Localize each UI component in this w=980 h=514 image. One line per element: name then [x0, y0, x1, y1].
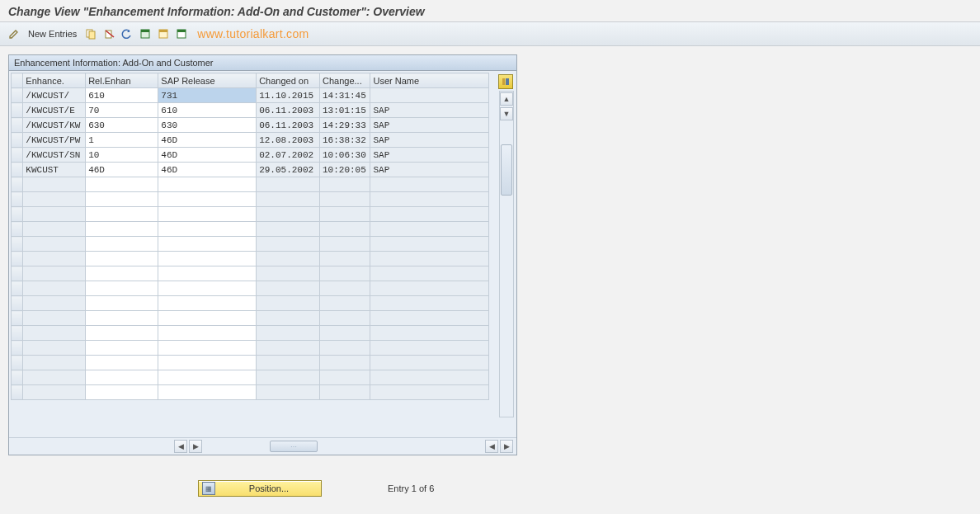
position-button[interactable]: ▦ Position...: [198, 480, 322, 497]
row-selector[interactable]: [12, 192, 23, 207]
row-selector[interactable]: [12, 281, 23, 296]
cell-sap-release[interactable]: [158, 341, 257, 356]
cell-sap-release[interactable]: 46D: [158, 133, 257, 148]
row-selector[interactable]: [12, 252, 23, 266]
cell-rel-enhan[interactable]: [86, 311, 158, 326]
cell-sap-release[interactable]: 630: [158, 118, 257, 133]
cell-enhance: [23, 341, 86, 356]
cell-sap-release[interactable]: [158, 192, 257, 207]
vscroll-thumb[interactable]: [501, 144, 512, 196]
row-selector[interactable]: [12, 177, 23, 192]
row-selector[interactable]: [12, 296, 23, 311]
cell-rel-enhan[interactable]: [86, 266, 158, 281]
cell-sap-release[interactable]: [158, 311, 257, 326]
cell-rel-enhan[interactable]: 46D: [86, 163, 158, 177]
svg-rect-11: [506, 78, 509, 85]
header-row: Enhance. Rel.Enhan SAP Release Changed o…: [12, 73, 489, 88]
cell-enhance: /KWCUST/SN: [23, 148, 86, 163]
scroll-down-icon[interactable]: ▼: [500, 107, 513, 120]
hscroll-right2-icon[interactable]: ▶: [500, 440, 513, 453]
select-all-icon[interactable]: [138, 26, 153, 41]
cell-sap-release[interactable]: [158, 252, 257, 266]
row-selector[interactable]: [12, 207, 23, 222]
cell-sap-release[interactable]: 46D: [158, 148, 257, 163]
row-selector[interactable]: [12, 385, 23, 400]
row-selector[interactable]: [12, 341, 23, 356]
cell-rel-enhan[interactable]: [86, 326, 158, 341]
row-selector[interactable]: [12, 370, 23, 385]
deselect-all-icon[interactable]: [174, 26, 189, 41]
cell-rel-enhan[interactable]: 1: [86, 133, 158, 148]
row-selector[interactable]: [12, 103, 23, 118]
toggle-change-icon[interactable]: [7, 26, 21, 41]
col-header-rel-enhan[interactable]: Rel.Enhan: [86, 73, 158, 88]
cell-rel-enhan[interactable]: [86, 385, 158, 400]
row-selector[interactable]: [12, 266, 23, 281]
row-selector[interactable]: [12, 88, 23, 103]
cell-rel-enhan[interactable]: [86, 207, 158, 222]
copy-as-icon[interactable]: [83, 26, 98, 41]
cell-sap-release[interactable]: [158, 222, 257, 237]
cell-sap-release[interactable]: [158, 207, 257, 222]
col-header-changed-on[interactable]: Changed on: [257, 73, 320, 88]
cell-sap-release[interactable]: [158, 177, 257, 192]
cell-changed-at: [320, 237, 370, 252]
table-settings-icon[interactable]: [498, 74, 513, 89]
scroll-up-icon[interactable]: ▲: [500, 92, 513, 106]
cell-rel-enhan[interactable]: [86, 281, 158, 296]
hscroll-right-icon[interactable]: ▶: [189, 440, 202, 453]
cell-rel-enhan[interactable]: [86, 252, 158, 266]
new-entries-button[interactable]: New Entries: [25, 27, 80, 40]
cell-rel-enhan[interactable]: [86, 192, 158, 207]
cell-rel-enhan[interactable]: [86, 237, 158, 252]
footer-area: ▦ Position... Entry 1 of 6: [8, 480, 972, 497]
cell-rel-enhan[interactable]: 630: [86, 118, 158, 133]
cell-sap-release[interactable]: [158, 296, 257, 311]
cell-rel-enhan[interactable]: 10: [86, 148, 158, 163]
cell-rel-enhan[interactable]: 70: [86, 103, 158, 118]
cell-sap-release[interactable]: [158, 370, 257, 385]
cell-sap-release[interactable]: 46D: [158, 163, 257, 177]
svg-rect-6: [159, 30, 167, 32]
cell-rel-enhan[interactable]: [86, 296, 158, 311]
cell-sap-release[interactable]: 731: [158, 88, 257, 103]
cell-user-name: [370, 177, 489, 192]
cell-rel-enhan[interactable]: [86, 356, 158, 370]
hscroll-left2-icon[interactable]: ◀: [485, 440, 498, 453]
cell-sap-release[interactable]: [158, 237, 257, 252]
row-selector[interactable]: [12, 163, 23, 177]
row-selector-header[interactable]: [12, 73, 23, 88]
undo-icon[interactable]: [120, 26, 134, 41]
cell-sap-release[interactable]: [158, 356, 257, 370]
col-header-sap-release[interactable]: SAP Release: [158, 73, 257, 88]
cell-sap-release[interactable]: [158, 281, 257, 296]
row-selector[interactable]: [12, 222, 23, 237]
select-block-icon[interactable]: [156, 26, 171, 41]
table-row: [12, 311, 489, 326]
cell-rel-enhan[interactable]: [86, 341, 158, 356]
row-selector[interactable]: [12, 311, 23, 326]
cell-sap-release[interactable]: 610: [158, 103, 257, 118]
row-selector[interactable]: [12, 118, 23, 133]
row-selector[interactable]: [12, 133, 23, 148]
vertical-scrollbar[interactable]: ▲ ▼: [499, 91, 514, 417]
col-header-enhance[interactable]: Enhance.: [23, 73, 86, 88]
cell-sap-release[interactable]: [158, 266, 257, 281]
cell-changed-at: [320, 356, 370, 370]
hscroll-thumb[interactable]: ⋯: [270, 441, 318, 452]
hscroll-left-icon[interactable]: ◀: [174, 440, 187, 453]
row-selector[interactable]: [12, 237, 23, 252]
col-header-user-name[interactable]: User Name: [370, 73, 489, 88]
cell-rel-enhan[interactable]: 610: [86, 88, 158, 103]
cell-rel-enhan[interactable]: [86, 177, 158, 192]
delete-icon[interactable]: [101, 26, 116, 41]
cell-rel-enhan[interactable]: [86, 222, 158, 237]
cell-sap-release[interactable]: [158, 326, 257, 341]
row-selector[interactable]: [12, 148, 23, 163]
horizontal-scrollbar-area: ◀ ▶ ⋯ ◀ ▶: [9, 437, 516, 455]
row-selector[interactable]: [12, 326, 23, 341]
cell-sap-release[interactable]: [158, 385, 257, 400]
cell-rel-enhan[interactable]: [86, 370, 158, 385]
row-selector[interactable]: [12, 356, 23, 370]
col-header-changed-at[interactable]: Change...: [320, 73, 370, 88]
